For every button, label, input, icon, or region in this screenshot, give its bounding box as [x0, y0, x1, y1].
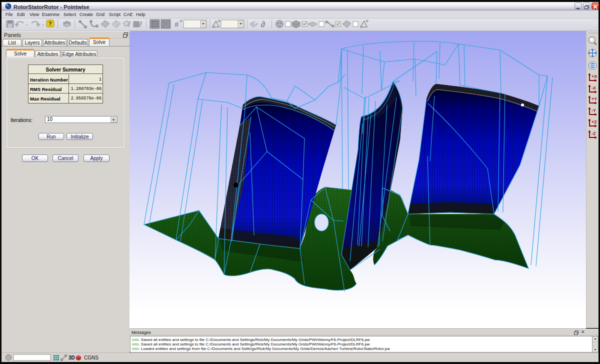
svg-text:+Z: +Z [592, 120, 597, 124]
svg-text:-Z: -Z [592, 131, 596, 136]
svg-text:3D: 3D [68, 355, 75, 360]
svg-text:-X: -X [592, 86, 596, 90]
svg-text:CGNS: CGNS [84, 355, 98, 360]
svg-text:-Y: -Y [592, 108, 596, 113]
svg-text:#: # [174, 20, 179, 28]
svg-text:?: ? [48, 20, 52, 26]
svg-text:+Y: +Y [592, 96, 597, 102]
svg-text:∂: ∂ [261, 20, 265, 28]
svg-text:+X: +X [592, 74, 597, 79]
